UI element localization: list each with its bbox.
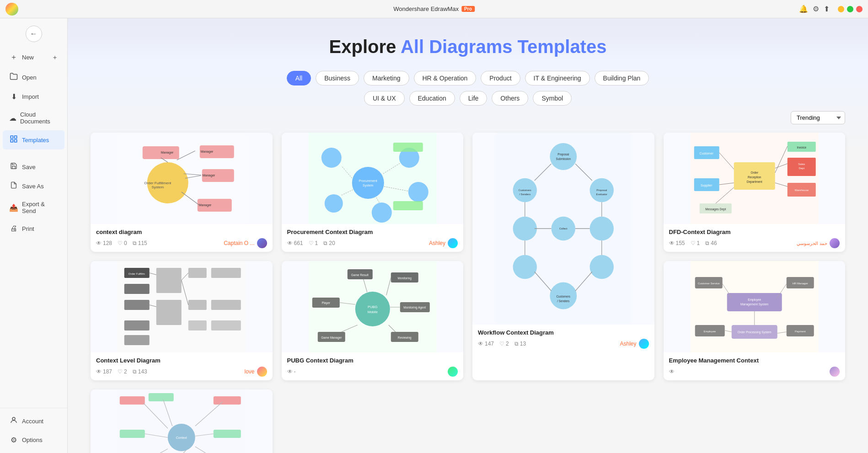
copy-icon-3: ⧉ — [514, 341, 519, 347]
card-title-7: Employee Management Context — [669, 357, 840, 364]
card-preview-7: Employee Management System Customer Serv… — [664, 261, 846, 352]
svg-rect-103 — [188, 320, 207, 330]
filter-hr[interactable]: HR & Operation — [414, 71, 477, 85]
filter-business[interactable]: Business — [316, 71, 359, 85]
svg-text:Order Processing System: Order Processing System — [737, 330, 771, 334]
svg-text:Dept: Dept — [798, 167, 804, 170]
card-info-1: context diagram 👁 128 ♡ 0 ⧉ 115 — [91, 224, 273, 252]
print-icon: 🖨 — [9, 224, 18, 233]
svg-point-28 — [408, 182, 428, 202]
svg-text:Sales: Sales — [798, 163, 805, 165]
svg-text:Customers: Customers — [557, 295, 570, 298]
sidebar-item-save[interactable]: Save — [3, 158, 64, 176]
sidebar-item-cloud[interactable]: ☁ Cloud Documents — [3, 107, 64, 129]
help-icon[interactable]: 🔔 — [799, 5, 808, 13]
filter-life[interactable]: Life — [460, 91, 488, 106]
svg-rect-97 — [211, 268, 241, 278]
share-icon[interactable]: ⬆ — [824, 5, 830, 13]
card-preview-4: Customer Supplier Order Reception Depart… — [664, 133, 846, 224]
svg-text:Monitoring: Monitoring — [397, 277, 412, 280]
filter-building[interactable]: Building Plan — [595, 71, 649, 85]
card-preview-2: Procurement System — [282, 133, 464, 224]
svg-point-39 — [550, 143, 577, 170]
card-author-2: Ashley — [429, 238, 458, 248]
filter-row-2: UI & UX Education Life Others Symbol — [91, 91, 845, 106]
svg-text:Reception: Reception — [748, 176, 761, 179]
svg-text:HR Manager: HR Manager — [792, 282, 808, 285]
bell-icon[interactable]: ⚙ — [813, 5, 819, 13]
card-preview-3: Proposal Submission — [472, 133, 654, 325]
sidebar-item-options[interactable]: ⚙ Options — [3, 431, 64, 449]
filter-all[interactable]: All — [287, 71, 311, 85]
svg-text:Manager: Manager — [161, 151, 174, 155]
saveas-icon — [9, 181, 18, 191]
sort-select[interactable]: Trending Newest Most Popular — [791, 111, 845, 124]
card-preview-1: Order Fulfillment System Manager Manager… — [91, 133, 273, 224]
title-highlight: All Diagrams Templates — [401, 37, 607, 57]
sidebar-item-new[interactable]: ＋ New ＋ — [3, 48, 64, 67]
back-button[interactable]: ← — [26, 26, 42, 42]
svg-rect-32 — [393, 201, 423, 210]
sidebar-label-save: Save — [22, 164, 36, 171]
sidebar-item-import[interactable]: ⬇ Import — [3, 88, 64, 106]
sidebar-item-export[interactable]: 📤 Export & Send — [3, 196, 64, 219]
filter-it[interactable]: IT & Engineering — [525, 71, 590, 85]
main-content: Explore All Diagrams Templates All Busin… — [68, 18, 868, 453]
template-card-2[interactable]: Procurement System — [282, 133, 464, 252]
sidebar-item-account[interactable]: Account — [3, 411, 64, 431]
copy-icon-2: ⧉ — [323, 240, 327, 246]
likes-stat-1: ♡ 0 — [118, 240, 127, 246]
filter-others[interactable]: Others — [492, 91, 528, 106]
card-author-3: Ashley — [620, 339, 648, 349]
sidebar-item-open[interactable]: Open — [3, 68, 64, 87]
minimize-button[interactable]: − — [838, 6, 844, 12]
card-author-1: Captain O ... — [224, 238, 267, 248]
filter-symbol[interactable]: Symbol — [533, 91, 572, 106]
card-preview-8: Context — [91, 389, 273, 453]
export-icon: 📤 — [9, 203, 18, 212]
views-count-2: 661 — [294, 240, 303, 246]
svg-text:Invoice: Invoice — [797, 146, 806, 149]
import-icon: ⬇ — [9, 92, 18, 101]
card-info-7: Employee Management Context 👁 — [664, 352, 846, 380]
sidebar-label-templates: Templates — [22, 137, 49, 144]
svg-text:/ Senders: / Senders — [557, 299, 569, 303]
template-card-8[interactable]: Context Context Diagram Template 👁 — [91, 389, 273, 453]
card-meta-2: 👁 661 ♡ 1 ⧉ 20 Ashley — [287, 238, 458, 248]
filter-marketing[interactable]: Marketing — [364, 71, 409, 85]
svg-rect-153 — [120, 396, 145, 405]
card-meta-1: 👁 128 ♡ 0 ⧉ 115 Captain O ... — [96, 238, 267, 248]
card-preview-6: PUBG Mobile Game Result Monitoring Monit… — [282, 261, 464, 352]
template-card-3[interactable]: Proposal Submission — [472, 133, 654, 380]
likes-stat-2: ♡ 1 — [309, 240, 318, 246]
views-stat-6: 👁 - — [287, 368, 296, 375]
page-header: Explore All Diagrams Templates — [91, 37, 845, 57]
eye-icon-4: 👁 — [669, 240, 675, 246]
filter-product[interactable]: Product — [481, 71, 520, 85]
views-count-6: - — [294, 368, 296, 375]
sidebar-item-print[interactable]: 🖨 Print — [3, 220, 64, 237]
open-icon — [9, 72, 18, 82]
new-icon: ＋ — [9, 53, 18, 62]
sidebar-item-templates[interactable]: Templates — [3, 130, 64, 149]
template-card-4[interactable]: Customer Supplier Order Reception Depart… — [664, 133, 846, 252]
template-card-7[interactable]: Employee Management System Customer Serv… — [664, 261, 846, 380]
sort-row: Trending Newest Most Popular — [91, 111, 845, 124]
filter-education[interactable]: Education — [409, 91, 455, 106]
svg-rect-98 — [124, 300, 150, 310]
close-button[interactable]: × — [856, 6, 863, 12]
svg-rect-1 — [15, 136, 17, 138]
template-card-6[interactable]: PUBG Mobile Game Result Monitoring Monit… — [282, 261, 464, 380]
template-card-5[interactable]: Order Fulfillm — [91, 261, 273, 380]
svg-point-30 — [324, 194, 343, 213]
filter-ui[interactable]: UI & UX — [364, 91, 405, 106]
views-stat-3: 👁 147 — [478, 341, 494, 347]
heart-icon-3: ♡ — [499, 341, 504, 347]
copies-stat-3: ⧉ 13 — [514, 341, 526, 347]
svg-rect-95 — [156, 268, 182, 293]
maximize-button[interactable]: □ — [847, 6, 853, 12]
svg-text:Manager: Manager — [199, 203, 212, 207]
svg-point-111 — [355, 292, 390, 326]
sidebar-item-saveas[interactable]: Save As — [3, 177, 64, 195]
template-card-1[interactable]: Order Fulfillment System Manager Manager… — [91, 133, 273, 252]
